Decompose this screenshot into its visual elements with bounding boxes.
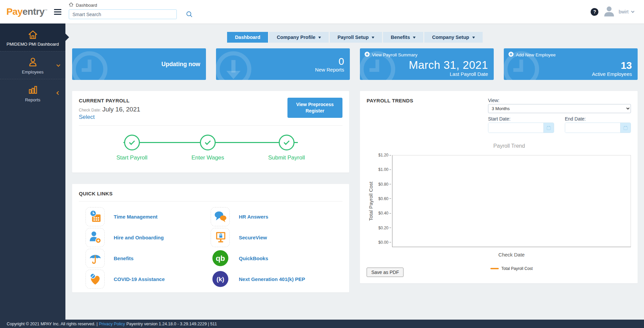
start-date-input[interactable]: [488, 123, 543, 133]
current-payroll-panel: CURRENT PAYROLL Check Date:July 16, 2021…: [72, 91, 349, 173]
download-icon: [216, 48, 254, 80]
payroll-trends-title: PAYROLL TRENDS: [367, 98, 413, 103]
end-date-label: End Date:: [565, 116, 631, 122]
quick-link-hr-answers[interactable]: HR Answers: [211, 206, 336, 227]
check-circle-icon: [124, 135, 140, 150]
caret-down-icon: [372, 37, 374, 40]
payroll-progress-steps: Start Payroll Enter Wages Submit Payroll: [79, 135, 342, 161]
main-tabs: Dashboard Company Profile Payroll Setup …: [72, 32, 638, 43]
footer: Copyright © 2021 MPAY Inc. All rights re…: [0, 320, 644, 328]
time-management-icon: [86, 207, 105, 226]
quick-link-quickbooks[interactable]: qb QuickBooks: [211, 248, 336, 269]
card-active-employees[interactable]: Add New Employee 13 Active Employees: [504, 48, 638, 80]
chart-title: Payroll Trend: [387, 143, 631, 149]
quick-link-time-management[interactable]: Time Management: [86, 206, 211, 227]
copyright-text: Copyright © 2021 MPAY Inc. All rights re…: [7, 322, 98, 326]
legend-label: Total Payroll Cost: [501, 266, 533, 271]
end-date-input[interactable]: [565, 123, 620, 133]
privacy-policy-link[interactable]: Privacy Policy: [99, 322, 125, 326]
plus-circle-icon: [365, 52, 370, 58]
start-date-label: Start Date:: [488, 116, 554, 122]
home-icon: [69, 2, 73, 8]
chart-plot-area: [392, 155, 631, 247]
hr-answers-icon: [211, 207, 230, 226]
quick-link-covid-assistance[interactable]: COVID-19 Assistance: [86, 269, 211, 289]
payroll-trends-panel: PAYROLL TRENDS View: 3 Months Start Date…: [360, 91, 638, 283]
clock-icon: [72, 48, 110, 80]
view-select[interactable]: 3 Months: [488, 104, 631, 113]
tab-dashboard[interactable]: Dashboard: [227, 32, 268, 43]
menu-toggle-icon[interactable]: [54, 9, 61, 15]
sidebar-item-reports[interactable]: Reports: [0, 79, 65, 107]
header-right: ? bwirt: [591, 0, 644, 24]
breadcrumb[interactable]: Dashboard: [69, 2, 97, 8]
y-axis-label: Total Payroll Cost: [368, 182, 374, 221]
card-updating[interactable]: Updating now: [72, 48, 206, 80]
version-text: Payentry version 1.24.18.0 - 3.29.149.22…: [126, 322, 217, 326]
divider: [79, 125, 342, 126]
chevron-down-icon: [631, 9, 635, 13]
select-payroll-link[interactable]: Select: [79, 114, 95, 121]
quick-link-401k-pep[interactable]: (k) Next Generation 401(k) PEP: [211, 269, 336, 289]
card-new-reports[interactable]: 0 New Reports: [216, 48, 350, 80]
quick-link-secureview[interactable]: SecureView: [211, 227, 336, 248]
secureview-icon: [211, 228, 230, 247]
check-circle-icon: [200, 135, 216, 150]
quick-links-title: QUICK LINKS: [79, 191, 342, 196]
step-start-payroll: Start Payroll: [116, 135, 148, 161]
add-new-employee-link[interactable]: Add New Employee: [508, 52, 556, 58]
check-date-label: Check Date:: [79, 108, 101, 112]
user-icon: [3, 56, 63, 67]
quick-link-hire-onboarding[interactable]: Hire and Onboarding: [86, 227, 211, 248]
help-icon[interactable]: ?: [591, 8, 598, 16]
username: bwirt: [619, 9, 629, 14]
divider: [79, 201, 342, 201]
payentry-logo: Payentry™: [6, 6, 47, 17]
top-bar: Payentry™ Dashboard ? bwirt: [0, 0, 644, 24]
brand-area: Payentry™: [0, 0, 65, 24]
breadcrumb-label: Dashboard: [76, 3, 97, 8]
sidebar-item-employees[interactable]: Employees: [0, 51, 65, 79]
bar-chart-icon: [3, 84, 63, 95]
hire-onboarding-icon: [86, 228, 105, 247]
home-icon: [3, 29, 63, 39]
401k-icon: (k): [211, 270, 230, 289]
save-as-pdf-button[interactable]: Save as PDF: [367, 268, 404, 277]
sidebar-item-dashboard[interactable]: PMIDEMO PMI Dashboard: [0, 24, 65, 51]
caret-down-icon: [318, 37, 321, 40]
view-preprocess-register-button[interactable]: View Preprocess Register: [287, 98, 342, 118]
covid-assistance-icon: [86, 270, 105, 289]
card-last-payroll[interactable]: View Payroll Summary March 31, 2021 Last…: [360, 48, 494, 80]
avatar: [603, 5, 615, 19]
calendar-icon[interactable]: [620, 123, 631, 133]
sidebar: PMIDEMO PMI Dashboard Employees Reports: [0, 24, 65, 320]
calendar-icon[interactable]: [543, 123, 554, 133]
chart-legend: Total Payroll Cost: [392, 266, 631, 271]
tab-company-profile[interactable]: Company Profile: [269, 32, 329, 43]
svg-text:qb: qb: [216, 254, 225, 263]
tab-company-setup[interactable]: Company Setup: [424, 32, 482, 43]
step-enter-wages: Enter Wages: [192, 135, 224, 161]
search-icon[interactable]: [186, 11, 193, 18]
main-content: Dashboard Company Profile Payroll Setup …: [65, 24, 644, 320]
quick-link-benefits[interactable]: Benefits: [86, 248, 211, 269]
view-label: View:: [488, 98, 631, 103]
caret-down-icon: [413, 37, 416, 40]
stat-cards: Updating now 0 New Reports: [72, 48, 638, 80]
header-main: Dashboard: [65, 0, 591, 24]
search-input[interactable]: [69, 9, 177, 19]
payroll-trend-chart: Payroll Trend Total Payroll Cost $1.20 $…: [367, 143, 631, 271]
check-date-value: July 16, 2021: [102, 106, 140, 113]
step-submit-payroll: Submit Payroll: [268, 135, 305, 161]
y-axis-ticks: $1.20 $1.00 $0.80 $0.60 $0.40 $0.20 $0.0…: [375, 153, 391, 245]
tab-payroll-setup[interactable]: Payroll Setup: [330, 32, 382, 43]
plus-circle-icon: [508, 52, 514, 58]
legend-line-icon: [490, 268, 499, 269]
user-menu[interactable]: bwirt: [603, 5, 634, 19]
tab-benefits[interactable]: Benefits: [383, 32, 423, 43]
x-axis-label: Check Date: [392, 252, 631, 257]
quick-links-panel: QUICK LINKS Time Management: [72, 184, 349, 292]
svg-text:(k): (k): [216, 276, 224, 283]
benefits-umbrella-icon: [86, 249, 105, 268]
caret-down-icon: [472, 37, 475, 40]
